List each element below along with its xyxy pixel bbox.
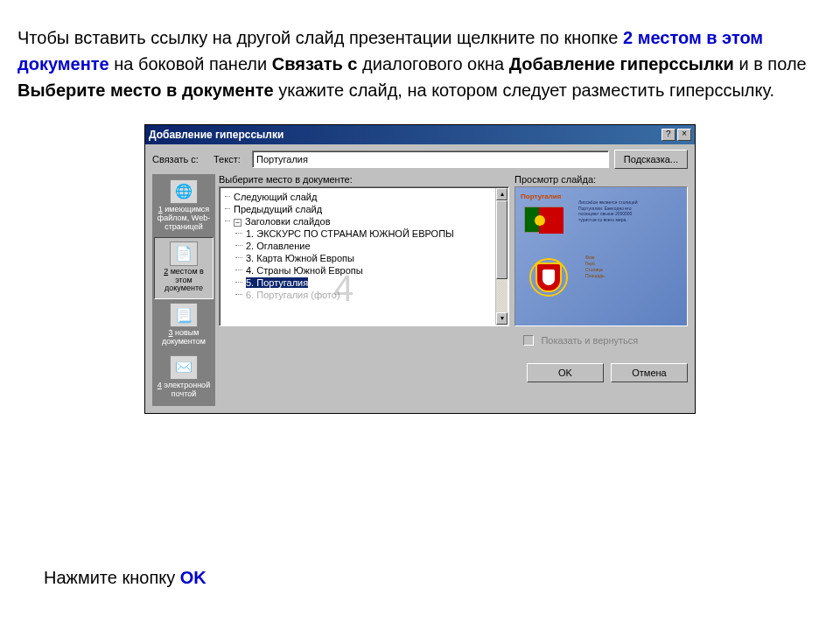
titlebar[interactable]: Добавление гиперссылки ? × xyxy=(145,125,695,144)
sidebar-item-email[interactable]: ✉️ 4 электронной почтой xyxy=(154,352,214,404)
cancel-button[interactable]: Отмена xyxy=(611,363,688,382)
collapse-icon[interactable]: − xyxy=(234,219,242,227)
hyperlink-dialog: Добавление гиперссылки ? × Связать с: Те… xyxy=(144,124,696,414)
link-to-sidebar: 🌐 1 имеющимся файлом, Web-страницей 📄 2 … xyxy=(152,174,215,406)
tree-slide-3[interactable]: 3. Карта Южной Европы xyxy=(221,252,507,264)
tree-slide-6[interactable]: 6. Португалия (фото) xyxy=(221,289,507,301)
instructions-text: Чтобы вставить ссылку на другой слайд пр… xyxy=(0,0,840,110)
slide-preview: Португалия Лиссабон является столицей По… xyxy=(514,186,688,326)
emblem-icon xyxy=(522,254,575,301)
scroll-up-icon[interactable]: ▴ xyxy=(496,188,508,200)
kw-ok: OK xyxy=(180,568,206,587)
scroll-down-icon[interactable]: ▾ xyxy=(496,312,508,325)
lower-instruction: Нажмите кнопку OK xyxy=(44,568,206,588)
text-label: Текст: xyxy=(214,154,247,164)
place-doc-icon: 📄 xyxy=(170,242,198,266)
tree-section-titles[interactable]: −Заголовки слайдов xyxy=(221,215,507,228)
sidebar-item-file[interactable]: 🌐 1 имеющимся файлом, Web-страницей xyxy=(154,176,214,237)
show-return-checkbox[interactable] xyxy=(523,335,534,346)
tree-slide-5[interactable]: 5. Португалия xyxy=(221,276,507,289)
place-tree[interactable]: 4 Следующий слайд Предыдущий слайд −Заго… xyxy=(219,186,509,326)
sidebar-item-newdoc[interactable]: 📃 3 новым документом xyxy=(154,299,214,352)
tree-label: Выберите место в документе: xyxy=(219,174,509,185)
sidebar-item-place[interactable]: 📄 2 местом в этом документе xyxy=(154,237,214,300)
titlebar-text: Добавление гиперссылки xyxy=(149,129,660,141)
file-web-icon: 🌐 xyxy=(170,179,198,204)
tree-next-slide[interactable]: Следующий слайд xyxy=(221,191,507,203)
close-button[interactable]: × xyxy=(677,129,691,141)
kw-link-with: Связать с xyxy=(272,54,358,74)
preview-label: Просмотр слайда: xyxy=(514,174,688,185)
tree-slide-4[interactable]: 4. Страны Южной Европы xyxy=(221,264,507,276)
flag-icon xyxy=(524,206,563,233)
ok-button[interactable]: OK xyxy=(527,363,604,382)
tree-scrollbar[interactable]: ▴ ▾ xyxy=(495,188,508,325)
text-input[interactable]: Португалия xyxy=(252,150,609,168)
tree-prev-slide[interactable]: Предыдущий слайд xyxy=(221,203,507,215)
kw-add-hyperlink: Добавление гиперссылки xyxy=(509,54,734,74)
scroll-thumb[interactable] xyxy=(496,200,508,279)
new-doc-icon: 📃 xyxy=(170,303,198,327)
help-button[interactable]: ? xyxy=(662,129,676,141)
show-return-label: Показать и вернуться xyxy=(541,335,638,346)
email-icon: ✉️ xyxy=(170,355,198,380)
tree-slide-2[interactable]: 2. Оглавление xyxy=(221,240,507,252)
kw-choose-place: Выберите место в документе xyxy=(18,80,274,100)
tree-slide-1[interactable]: 1. ЭКСКУРС ПО СТРАНАМ ЮЖНОЙ ЕВРОПЫ xyxy=(221,228,507,240)
hint-button[interactable]: Подсказка... xyxy=(614,150,688,169)
link-with-label: Связать с: xyxy=(152,154,208,164)
